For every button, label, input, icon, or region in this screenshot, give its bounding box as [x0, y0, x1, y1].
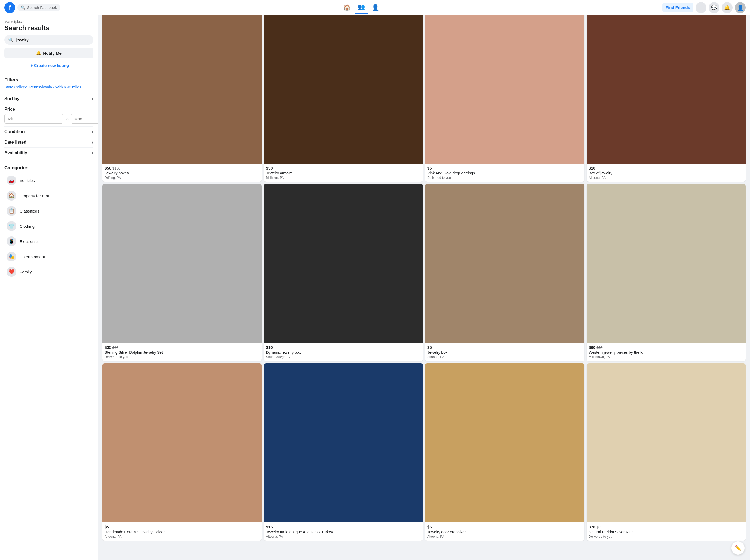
price-max-input[interactable]: [71, 114, 98, 124]
product-card[interactable]: $70$85 Natural Peridot Silver Ring Deliv…: [587, 363, 746, 541]
condition-label: Condition: [4, 129, 25, 134]
product-price: $5: [427, 166, 582, 170]
sidebar-item-entertainment[interactable]: 🎭 Entertainment: [4, 249, 93, 264]
product-location: Delivered to you: [104, 355, 259, 359]
product-price: $5: [104, 525, 259, 529]
product-location: Altoona, PA: [104, 535, 259, 539]
product-price: $50: [266, 166, 421, 170]
product-image: [587, 363, 746, 522]
global-search[interactable]: 🔍 Search Facebook: [17, 4, 60, 12]
categories-list: 🚗 Vehicles 🏠 Property for rent 📋 Classif…: [4, 173, 93, 279]
product-price: $10: [266, 345, 421, 350]
product-name: Handmade Ceramic Jewelry Holder: [104, 530, 259, 534]
nav-right: Find Friends ⋮⋮⋮ 💬 🔔 👤: [662, 2, 746, 13]
product-card[interactable]: $50$150 Jewelry boxes Drifting, PA: [102, 4, 262, 182]
original-price: $150: [113, 166, 120, 170]
product-location: Delivered to you: [589, 535, 744, 539]
watch-nav-button[interactable]: 👤: [369, 1, 382, 14]
product-card[interactable]: $60$75 Western jewelry pieces by the lot…: [587, 184, 746, 361]
product-name: Jewelry box: [427, 350, 582, 355]
main-content: $50$150 Jewelry boxes Drifting, PA $50 J…: [98, 0, 750, 545]
product-image: [102, 184, 262, 343]
product-card[interactable]: $35$40 Sterling Silver Dolphin Jewelry S…: [102, 184, 262, 361]
product-card[interactable]: $15 Jewelry turtle antique And Glass Tur…: [264, 363, 423, 541]
product-location: Altoona, PA: [427, 535, 582, 539]
product-info: $60$75 Western jewelry pieces by the lot…: [587, 343, 746, 361]
product-image: [102, 363, 262, 522]
sidebar-item-clothing[interactable]: 👕 Clothing: [4, 219, 93, 234]
product-name: Pink And Gold drop earrings: [427, 171, 582, 175]
search-icon: 🔍: [21, 5, 25, 10]
product-price: $60$75: [589, 345, 744, 350]
search-input-wrap[interactable]: 🔍: [4, 35, 93, 45]
product-card[interactable]: $5 Handmade Ceramic Jewelry Holder Altoo…: [102, 363, 262, 541]
price-filter: Price to: [4, 104, 93, 126]
sidebar-item-vehicles[interactable]: 🚗 Vehicles: [4, 173, 93, 188]
filters-title: Filters: [4, 77, 93, 83]
product-image: [425, 4, 585, 164]
category-icon: ❤️: [6, 267, 16, 277]
create-listing-button[interactable]: + Create new listing: [4, 60, 93, 70]
price-value: $10: [266, 345, 273, 350]
messenger-icon[interactable]: 💬: [709, 2, 719, 13]
divider-1: [4, 75, 93, 75]
top-navigation: f 🔍 Search Facebook 🏠 👥 👤 Find Friends ⋮…: [0, 0, 750, 15]
friends-nav-button[interactable]: 👥: [355, 1, 368, 14]
notifications-icon[interactable]: 🔔: [722, 2, 733, 13]
category-icon: 🚗: [6, 175, 16, 185]
availability-label: Availability: [4, 150, 27, 155]
sidebar-item-electronics[interactable]: 📱 Electronics: [4, 234, 93, 249]
product-info: $5 Jewelry box Altoona, PA: [425, 343, 585, 361]
product-image: [102, 4, 262, 164]
sort-by-filter[interactable]: Sort by ▾: [4, 94, 93, 104]
home-nav-button[interactable]: 🏠: [340, 1, 354, 14]
category-label: Property for rent: [20, 193, 49, 198]
product-card[interactable]: $50 Jewelry armoire Millheim, PA: [264, 4, 423, 182]
sidebar-item-family[interactable]: ❤️ Family: [4, 264, 93, 279]
product-name: Dynamic jewelry box: [266, 350, 421, 355]
product-info: $5 Pink And Gold drop earrings Delivered…: [425, 164, 585, 182]
category-icon: 👕: [6, 221, 16, 231]
product-location: Altoona, PA: [589, 176, 744, 180]
notify-me-button[interactable]: 🔔 Notify Me: [4, 48, 93, 58]
apps-icon[interactable]: ⋮⋮⋮: [695, 2, 706, 13]
date-listed-chevron-icon: ▾: [92, 140, 93, 145]
product-card[interactable]: $5 Jewelry box Altoona, PA: [425, 184, 585, 361]
product-info: $50$150 Jewelry boxes Drifting, PA: [102, 164, 262, 182]
avatar[interactable]: 👤: [735, 2, 746, 13]
location-filter[interactable]: State College, Pennsylvania · Within 40 …: [4, 85, 93, 89]
product-card[interactable]: $10 Box of jewelry Altoona, PA: [587, 4, 746, 182]
find-friends-button[interactable]: Find Friends: [662, 3, 693, 12]
product-location: Altoona, PA: [266, 535, 421, 539]
facebook-logo[interactable]: f: [4, 2, 15, 13]
product-image: [587, 184, 746, 343]
product-image: [425, 363, 585, 522]
category-label: Vehicles: [20, 178, 35, 183]
product-name: Western jewelry pieces by the lot: [589, 350, 744, 355]
sidebar-item-property-for-rent[interactable]: 🏠 Property for rent: [4, 188, 93, 203]
price-to-label: to: [65, 117, 68, 121]
product-info: $10 Dynamic jewelry box State College, P…: [264, 343, 423, 361]
price-value: $5: [427, 345, 432, 350]
sidebar-item-classifieds[interactable]: 📋 Classifieds: [4, 203, 93, 219]
product-image: [264, 184, 423, 343]
product-info: $10 Box of jewelry Altoona, PA: [587, 164, 746, 182]
product-card[interactable]: $5 Pink And Gold drop earrings Delivered…: [425, 4, 585, 182]
search-input[interactable]: [16, 38, 90, 42]
date-listed-filter[interactable]: Date listed ▾: [4, 137, 93, 148]
category-icon: 🎭: [6, 252, 16, 262]
category-label: Entertainment: [20, 254, 45, 259]
product-image: [587, 4, 746, 164]
product-card[interactable]: $5 Jewelry door organizer Altoona, PA: [425, 363, 585, 541]
marketplace-label: Marketplace: [4, 20, 93, 24]
product-name: Jewelry boxes: [104, 171, 259, 175]
category-label: Clothing: [20, 224, 35, 229]
price-min-input[interactable]: [4, 114, 63, 124]
sidebar-search-icon: 🔍: [8, 37, 14, 42]
condition-filter[interactable]: Condition ▾: [4, 126, 93, 137]
availability-filter[interactable]: Availability ▾: [4, 148, 93, 158]
product-card[interactable]: $10 Dynamic jewelry box State College, P…: [264, 184, 423, 361]
product-image: [264, 4, 423, 164]
price-label: Price: [4, 107, 93, 112]
price-value: $35: [104, 345, 112, 350]
